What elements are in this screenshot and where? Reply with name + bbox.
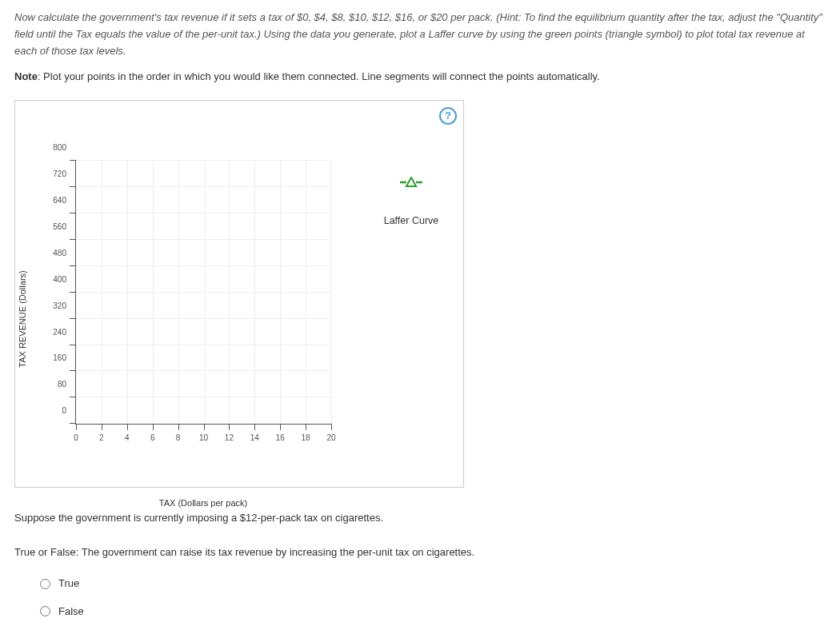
radio-true[interactable] [40, 579, 50, 589]
x-axis-label: TAX (Dollars per pack) [159, 496, 247, 511]
y-tick: 560 [53, 221, 66, 233]
x-tick: 4 [125, 432, 130, 445]
radio-false[interactable] [40, 606, 50, 616]
scenario-text: Suppose the government is currently impo… [14, 510, 826, 527]
x-tick: 6 [150, 432, 155, 445]
y-tick: 720 [53, 168, 66, 181]
y-tick: 320 [53, 300, 66, 313]
x-tick: 16 [276, 432, 285, 445]
help-icon: ? [445, 108, 451, 125]
x-tick: 12 [225, 432, 234, 445]
radio-group: True False [40, 576, 826, 620]
y-tick: 0 [62, 405, 66, 417]
plot-surface[interactable]: 80 160 240 320 400 480 560 640 720 800 0… [75, 161, 331, 425]
y-tick: 640 [53, 194, 66, 207]
note-text: Note: Plot your points in the order in w… [14, 69, 826, 86]
y-tick: 400 [53, 273, 66, 286]
y-tick: 160 [53, 352, 66, 365]
radio-false-label[interactable]: False [58, 604, 84, 620]
x-tick: 2 [99, 432, 104, 445]
laffer-curve-tool[interactable] [400, 177, 422, 193]
x-tick: 14 [250, 432, 259, 445]
y-tick: 240 [53, 326, 66, 339]
x-tick: 0 [74, 432, 78, 445]
legend-label: Laffer Curve [371, 213, 451, 229]
x-tick: 20 [326, 432, 335, 445]
question-block: Suppose the government is currently impo… [14, 510, 826, 620]
graph-panel: ? TAX REVENUE (Dollars) 80 160 240 320 4… [14, 100, 464, 488]
y-tick: 480 [53, 247, 66, 260]
x-tick: 10 [199, 432, 208, 445]
y-tick: 800 [53, 142, 66, 154]
legend: Laffer Curve [371, 177, 451, 229]
tf-statement: True or False: The government can raise … [14, 544, 826, 561]
y-axis-label: TAX REVENUE (Dollars) [16, 270, 30, 367]
y-tick: 80 [58, 378, 66, 391]
x-tick: 8 [176, 432, 181, 445]
svg-marker-2 [406, 177, 416, 186]
x-tick: 18 [302, 432, 310, 445]
triangle-icon [400, 177, 422, 188]
instructions-text: Now calculate the government's tax reven… [14, 10, 826, 59]
chart-area[interactable]: TAX REVENUE (Dollars) 80 160 240 320 400… [31, 161, 351, 477]
radio-true-label[interactable]: True [58, 576, 79, 592]
help-button[interactable]: ? [439, 107, 457, 125]
